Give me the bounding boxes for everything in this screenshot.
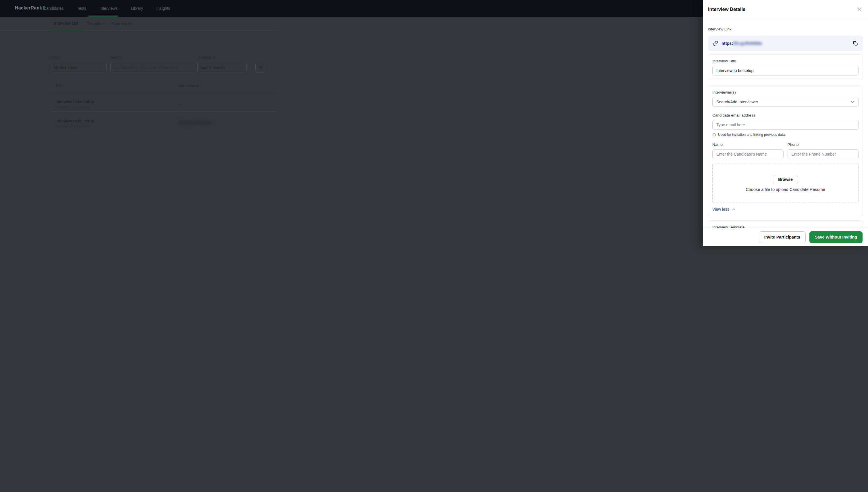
filter-button[interactable] [255,62,266,73]
row-interviewers: - [179,102,180,106]
search-input[interactable]: Search by title or candidate email [110,62,197,72]
filter-funnel-icon [258,65,263,70]
hackerrank-logo[interactable]: HackerRank [15,5,45,10]
row-subtitle: Created by you today [55,105,90,109]
nav-item-library[interactable]: Library [131,6,143,10]
show-dropdown[interactable]: My Interviews [50,62,107,72]
background-page: HackerRank Candidates Tests Interviews L… [0,0,434,246]
row-interviewers-redacted: Sahana Ankrishnan [179,121,212,125]
created-in-value: Last 6 months [201,65,226,70]
search-icon [114,65,118,70]
created-in-dropdown[interactable]: Last 6 months [197,62,247,72]
nav-items: Candidates Tests Interviews Library Insi… [43,0,170,17]
row-title[interactable]: Interview to be setup [55,119,94,123]
page-content: Interview List Templates Scorecards Show… [0,17,434,246]
nav-item-candidates[interactable]: Candidates [43,6,64,10]
top-nav: HackerRank Candidates Tests Interviews L… [0,0,434,17]
chevron-down-icon [239,66,243,69]
nav-item-tests[interactable]: Tests [77,6,87,10]
brand-text: HackerRank [15,5,42,10]
tab-scorecards[interactable]: Scorecards [107,17,136,31]
nav-item-insights[interactable]: Insights [156,6,170,10]
show-dropdown-value: My Interviews [54,65,77,70]
tab-bar: Interview List Templates Scorecards [0,17,276,31]
row-subtitle: Created by you today [55,124,90,128]
row-title[interactable]: Interview to be setup [55,99,94,104]
chevron-down-icon [99,66,103,69]
search-placeholder: Search by title or candidate email [121,65,179,70]
tab-templates[interactable]: Templates [83,17,110,31]
column-header-interviewers: Interviewers [179,83,200,88]
created-in-label: Created in [197,55,215,59]
show-label: Show [50,55,60,59]
tab-interview-list[interactable]: Interview List [50,17,83,31]
table-divider [49,92,276,92]
column-header-title: Title [55,83,63,88]
nav-item-interviews[interactable]: Interviews [100,6,118,10]
search-label: Search [110,55,123,59]
